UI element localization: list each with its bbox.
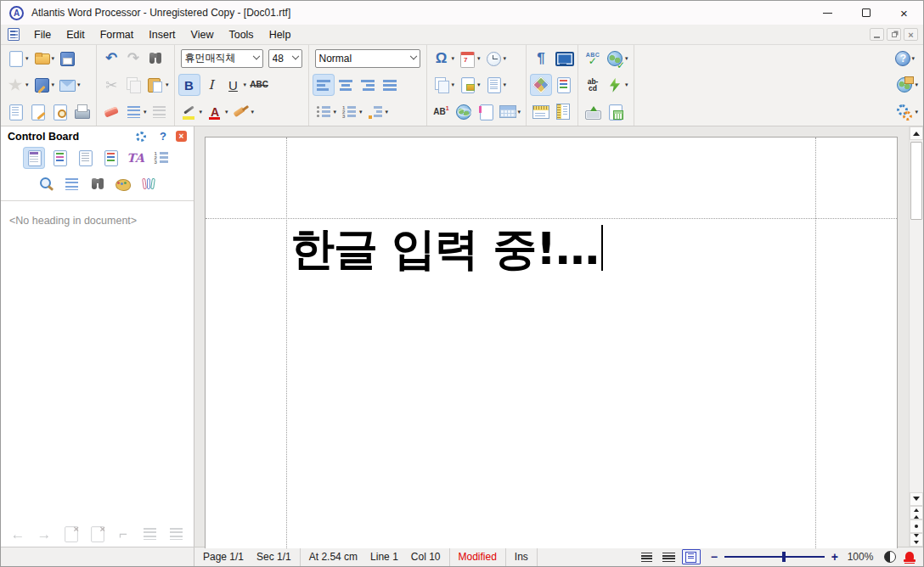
maximize-button[interactable]: [847, 1, 885, 25]
font-name-combobox[interactable]: 휴먼매직체: [181, 49, 263, 68]
eraser-button[interactable]: [101, 102, 121, 122]
cb-attachments-button[interactable]: [138, 174, 159, 194]
dropdown-arrow-icon[interactable]: ▾: [144, 109, 147, 115]
dropdown-arrow-icon[interactable]: ▾: [477, 81, 481, 88]
cb-document-map-button[interactable]: [24, 148, 44, 168]
insert-time-button[interactable]: ▾: [483, 48, 508, 69]
strikethrough-button[interactable]: ABC: [249, 75, 269, 95]
page-setup-button[interactable]: [27, 102, 48, 122]
menu-tools[interactable]: Tools: [221, 27, 261, 42]
minimize-button[interactable]: [808, 1, 847, 25]
horizontal-ruler-button[interactable]: [531, 102, 551, 122]
align-justify-button[interactable]: [380, 75, 400, 95]
dropdown-arrow-icon[interactable]: ▾: [452, 55, 455, 62]
keyboard-layout-button[interactable]: [583, 102, 603, 122]
undo-button[interactable]: ↶: [101, 48, 121, 69]
help-button[interactable]: ?▾: [894, 50, 916, 67]
dropdown-arrow-icon[interactable]: ▾: [25, 81, 29, 88]
dropdown-arrow-icon[interactable]: ▾: [52, 81, 55, 88]
dropdown-arrow-icon[interactable]: ▾: [225, 109, 228, 115]
scrollbar-thumb[interactable]: [910, 142, 922, 220]
document-area[interactable]: 한글 입력 중!…: [194, 126, 923, 547]
modified-indicator[interactable]: Modified: [450, 547, 506, 566]
full-screen-button[interactable]: [553, 48, 573, 69]
document-menu-icon[interactable]: [8, 28, 20, 41]
bullet-list-button[interactable]: ▾: [313, 102, 338, 122]
italic-button[interactable]: I: [201, 75, 222, 95]
mdi-minimize-button[interactable]: [870, 28, 884, 41]
vertical-ruler-button[interactable]: [553, 102, 573, 122]
underline-button[interactable]: U▾: [223, 75, 248, 95]
previous-page-button[interactable]: [910, 506, 923, 519]
cb-search-button[interactable]: [87, 174, 108, 194]
align-right-button[interactable]: [358, 75, 378, 95]
format-painter-button[interactable]: ▾: [231, 102, 256, 122]
control-board-help-button[interactable]: ?: [154, 127, 172, 146]
insert-table-button[interactable]: ▾: [498, 102, 522, 122]
cb-colors-button[interactable]: [113, 174, 133, 194]
spellcheck-button[interactable]: ABC: [583, 48, 603, 69]
print-preview-button[interactable]: [5, 102, 25, 122]
dropdown-arrow-icon[interactable]: ▾: [334, 109, 337, 115]
bold-button[interactable]: B: [179, 75, 200, 95]
align-center-button[interactable]: [335, 75, 356, 95]
mdi-close-button[interactable]: ×: [904, 28, 918, 41]
menu-insert[interactable]: Insert: [141, 27, 183, 42]
multilevel-list-button[interactable]: ▾: [365, 102, 390, 122]
insert-file-button[interactable]: ▾: [431, 75, 456, 95]
notification-bell-icon[interactable]: [903, 550, 916, 564]
dropdown-arrow-icon[interactable]: ▾: [452, 81, 455, 88]
cb-zoom-button[interactable]: [37, 174, 57, 194]
zoom-out-button[interactable]: −: [711, 550, 718, 564]
dropdown-arrow-icon[interactable]: ▾: [504, 55, 507, 62]
insert-bookmark-button[interactable]: [476, 102, 496, 122]
control-board-toggle-button[interactable]: [531, 75, 551, 95]
dropdown-arrow-icon[interactable]: ▾: [518, 109, 521, 115]
dropdown-arrow-icon[interactable]: ▾: [25, 55, 29, 62]
menu-help[interactable]: Help: [262, 27, 299, 42]
online-view-button[interactable]: [660, 549, 679, 564]
menu-edit[interactable]: Edit: [59, 27, 93, 42]
dropdown-arrow-icon[interactable]: ▾: [625, 55, 628, 62]
insert-footnote-button[interactable]: AB1: [431, 102, 452, 122]
dropdown-arrow-icon[interactable]: ▾: [359, 109, 363, 115]
save-button[interactable]: [57, 48, 77, 69]
power-tools-button[interactable]: ▾: [605, 75, 629, 95]
insert-date-button[interactable]: ▾: [457, 48, 482, 69]
options-button[interactable]: ▾: [894, 102, 919, 122]
new-document-button[interactable]: ▾: [5, 48, 30, 69]
contrast-toggle-button[interactable]: [884, 551, 896, 563]
menu-view[interactable]: View: [183, 27, 222, 42]
zoom-level-label[interactable]: 100%: [845, 551, 876, 563]
email-button[interactable]: ▾: [57, 75, 82, 95]
home-page-button[interactable]: ▾: [894, 75, 919, 95]
mdi-restore-button[interactable]: [887, 28, 901, 41]
dropdown-arrow-icon[interactable]: ▾: [200, 109, 203, 115]
caret-position-indicator[interactable]: At 2.54 cm Line 1 Col 10: [301, 547, 450, 566]
insert-image-button[interactable]: ▾: [457, 75, 482, 95]
font-size-combobox[interactable]: 48: [268, 49, 302, 68]
print-button[interactable]: [71, 102, 92, 122]
align-left-button[interactable]: [313, 75, 334, 95]
cb-paragraph-button[interactable]: [62, 174, 82, 194]
next-page-button[interactable]: [910, 533, 923, 547]
menu-file[interactable]: File: [26, 27, 59, 42]
dropdown-arrow-icon[interactable]: ▾: [911, 55, 915, 62]
insert-mode-indicator[interactable]: Ins: [506, 547, 538, 566]
dropdown-arrow-icon[interactable]: ▾: [52, 55, 55, 62]
open-button[interactable]: ▾: [31, 48, 56, 69]
cb-styles-button[interactable]: [49, 148, 70, 168]
cb-fonts-button[interactable]: TA: [126, 148, 146, 168]
page-section-indicator[interactable]: Page 1/1 Sec 1/1: [194, 547, 301, 566]
formatting-marks-button[interactable]: ¶: [531, 48, 551, 69]
cb-revisions-button[interactable]: [100, 148, 121, 168]
dropdown-arrow-icon[interactable]: ▾: [477, 55, 481, 62]
paste-button[interactable]: ▾: [145, 75, 170, 95]
scroll-down-button[interactable]: [910, 492, 923, 506]
zoom-document-button[interactable]: [49, 102, 70, 122]
insert-section-button[interactable]: ▾: [483, 75, 508, 95]
layout-view-button[interactable]: [553, 75, 573, 95]
close-button[interactable]: ×: [885, 1, 923, 25]
print-layout-view-button[interactable]: [682, 549, 701, 564]
numbered-list-button[interactable]: ▾: [339, 102, 363, 122]
